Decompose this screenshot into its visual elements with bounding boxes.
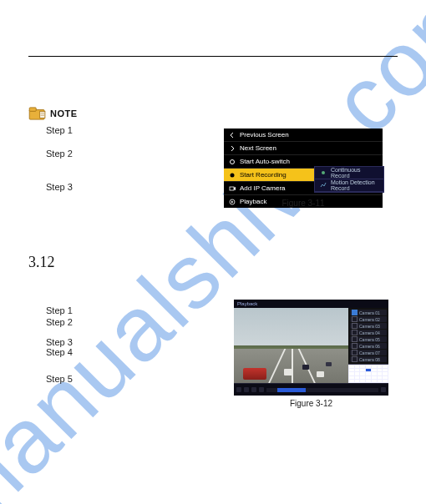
playback-video[interactable] bbox=[234, 308, 348, 383]
menu-item-next-screen[interactable]: Next Screen bbox=[224, 142, 383, 155]
figure-311-caption: Figure 3-11 bbox=[224, 199, 383, 208]
arrow-right-icon bbox=[229, 145, 236, 152]
play-button[interactable] bbox=[236, 387, 241, 392]
playback-window: Playback Camera 01 Camera 02 Camera bbox=[234, 300, 388, 396]
checkbox-icon[interactable] bbox=[352, 343, 358, 349]
vehicle-car bbox=[326, 362, 332, 366]
svg-rect-1 bbox=[29, 108, 36, 111]
figure-312-caption: Figure 3-12 bbox=[234, 399, 388, 408]
camera-label: Camera 05 bbox=[359, 337, 380, 342]
lane-marker bbox=[292, 349, 293, 383]
step-a2: Step 2 bbox=[46, 149, 73, 159]
camera-item[interactable]: Camera 05 bbox=[350, 336, 387, 342]
submenu-label: Motion Detection Record bbox=[331, 179, 378, 191]
step-b4: Step 4 bbox=[46, 347, 73, 357]
camera-label: Camera 03 bbox=[359, 324, 380, 329]
camera-item[interactable]: Camera 07 bbox=[350, 350, 387, 355]
camera-item[interactable]: Camera 02 bbox=[350, 316, 387, 322]
camera-label: Camera 07 bbox=[359, 350, 380, 355]
watermark: manualshive.com bbox=[0, 0, 426, 504]
camera-label: Camera 04 bbox=[359, 330, 380, 335]
step-b2: Step 2 bbox=[46, 317, 73, 327]
step-a1: Step 1 bbox=[46, 125, 73, 135]
cycle-icon bbox=[229, 159, 236, 165]
note-callout: NOTE bbox=[28, 107, 78, 120]
vehicle-car bbox=[284, 369, 292, 375]
speed-button[interactable] bbox=[381, 387, 386, 392]
svg-point-10 bbox=[322, 171, 325, 174]
note-icon bbox=[28, 107, 47, 120]
menu-label: Previous Screen bbox=[240, 131, 289, 139]
stop-button[interactable] bbox=[244, 387, 249, 392]
submenu-item-motion-detection-record[interactable]: Motion Detection Record bbox=[315, 179, 383, 192]
playback-title: Playback bbox=[237, 301, 257, 306]
forward-button[interactable] bbox=[259, 387, 264, 392]
step-b1: Step 1 bbox=[46, 305, 73, 315]
vehicle-bus bbox=[243, 368, 266, 380]
menu-label: Next Screen bbox=[240, 144, 276, 152]
motion-icon bbox=[320, 182, 327, 189]
checkbox-icon[interactable] bbox=[352, 336, 358, 342]
vehicle-car bbox=[302, 365, 309, 370]
horizontal-rule bbox=[28, 56, 398, 57]
checkbox-icon[interactable] bbox=[352, 356, 358, 362]
checkbox-icon[interactable] bbox=[352, 330, 358, 335]
vehicle-car bbox=[317, 371, 324, 377]
submenu-label: Continuous Record bbox=[331, 167, 378, 179]
section-number: 3.12 bbox=[28, 254, 55, 271]
submenu-item-continuous-record[interactable]: Continuous Record bbox=[315, 167, 383, 179]
menu-item-previous-screen[interactable]: Previous Screen bbox=[224, 129, 383, 142]
svg-rect-2 bbox=[40, 111, 45, 118]
checkbox-icon[interactable] bbox=[352, 310, 358, 315]
record-icon bbox=[229, 172, 236, 179]
playback-sidebar: Camera 01 Camera 02 Camera 03 Camera 04 … bbox=[348, 308, 388, 383]
timeline[interactable] bbox=[266, 388, 378, 392]
camera-label: Camera 02 bbox=[359, 317, 380, 322]
playback-body: Camera 01 Camera 02 Camera 03 Camera 04 … bbox=[234, 308, 388, 383]
camera-item[interactable]: Camera 01 bbox=[350, 310, 387, 315]
svg-point-6 bbox=[231, 159, 235, 164]
checkbox-icon[interactable] bbox=[352, 316, 358, 322]
menu-label: Start Recording bbox=[240, 171, 287, 179]
camera-label: Camera 08 bbox=[359, 357, 380, 362]
menu-label: Start Auto-switch bbox=[240, 158, 290, 165]
camera-label: Camera 01 bbox=[359, 310, 380, 315]
page: manualshive.com NOTE Step 1 Step 2 Step … bbox=[0, 0, 426, 504]
checkbox-icon[interactable] bbox=[352, 350, 358, 355]
camera-item[interactable]: Camera 06 bbox=[350, 343, 387, 349]
step-b5: Step 5 bbox=[46, 374, 73, 384]
record-dot-icon bbox=[320, 169, 327, 176]
checkbox-icon[interactable] bbox=[352, 323, 358, 329]
camera-item[interactable]: Camera 04 bbox=[350, 330, 387, 335]
context-menu: Previous Screen Next Screen Start Auto-s… bbox=[224, 129, 383, 208]
playback-controls bbox=[234, 383, 388, 396]
svg-rect-8 bbox=[230, 187, 234, 190]
arrow-left-icon bbox=[229, 132, 236, 139]
note-label: NOTE bbox=[50, 108, 78, 118]
rewind-button[interactable] bbox=[251, 387, 256, 392]
svg-point-7 bbox=[231, 173, 235, 177]
camera-icon bbox=[229, 185, 236, 192]
menu-label: Add IP Camera bbox=[240, 184, 286, 192]
step-a3: Step 3 bbox=[46, 182, 73, 192]
step-b3: Step 3 bbox=[46, 337, 73, 347]
camera-item[interactable]: Camera 03 bbox=[350, 323, 387, 329]
calendar[interactable] bbox=[348, 364, 388, 383]
camera-item[interactable]: Camera 08 bbox=[350, 356, 387, 362]
context-submenu: Continuous Record Motion Detection Recor… bbox=[314, 166, 384, 193]
camera-label: Camera 06 bbox=[359, 344, 380, 349]
playback-titlebar: Playback bbox=[234, 300, 388, 308]
camera-list: Camera 01 Camera 02 Camera 03 Camera 04 … bbox=[348, 308, 388, 364]
